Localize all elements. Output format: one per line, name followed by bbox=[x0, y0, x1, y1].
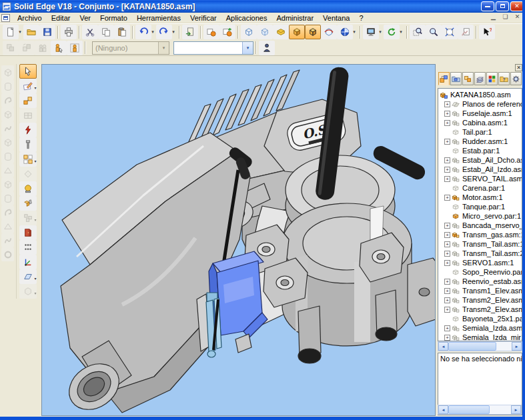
mdi-minimize-icon[interactable]: ▁ bbox=[488, 13, 498, 22]
tree-item[interactable]: +Bancada_mservo_gas.asm:1 bbox=[440, 221, 522, 230]
minimize-button[interactable] bbox=[481, 1, 494, 11]
tree-item[interactable]: +Transm_Tail.asm:2 bbox=[440, 249, 522, 258]
insert-part-copy-button[interactable] bbox=[182, 25, 198, 39]
tree-item[interactable]: +Cabina.asm:1 bbox=[440, 118, 522, 127]
tree-item[interactable]: +SERVO1.asm:1 bbox=[440, 258, 522, 267]
3d-model-engine-assembly[interactable]: O.S. bbox=[42, 65, 435, 415]
expand-plus-icon[interactable]: + bbox=[444, 232, 450, 238]
scroll-right-icon[interactable]: ► bbox=[512, 342, 522, 351]
expand-plus-icon[interactable]: + bbox=[444, 251, 450, 257]
help-select-button[interactable]: ? bbox=[479, 25, 495, 39]
restore-button[interactable] bbox=[496, 1, 509, 11]
expand-plus-icon[interactable]: + bbox=[444, 111, 450, 117]
info-horizontal-scrollbar[interactable]: ◄ ► bbox=[438, 405, 522, 415]
edgebar-close-icon[interactable]: ✕ bbox=[515, 64, 522, 71]
tree-item[interactable]: Tail.par:1 bbox=[440, 127, 522, 137]
document-system-icon[interactable] bbox=[1, 14, 10, 22]
zoom-button[interactable] bbox=[426, 25, 442, 39]
tree-item[interactable]: Tanque.par:1 bbox=[440, 202, 522, 211]
menu-ver[interactable]: Ver bbox=[75, 13, 95, 23]
tree-item[interactable]: +Transm2_Elev.asm:1 bbox=[440, 295, 522, 305]
fit-button[interactable] bbox=[442, 25, 458, 39]
insert-screw-button[interactable] bbox=[19, 137, 37, 152]
menu-editar[interactable]: Editar bbox=[47, 13, 75, 23]
tab-layers[interactable] bbox=[474, 72, 486, 85]
expand-plus-icon[interactable]: + bbox=[444, 307, 450, 313]
tab-sensors[interactable] bbox=[486, 72, 498, 85]
expand-plus-icon[interactable]: + bbox=[444, 241, 450, 247]
reference-plane-button[interactable]: ▾ bbox=[19, 269, 37, 284]
undo-button[interactable] bbox=[135, 25, 151, 39]
tree-item[interactable]: +Semiala_Izda_mir1.asm:1 bbox=[440, 333, 522, 341]
simplified-view-button[interactable] bbox=[273, 25, 289, 39]
tree-item[interactable]: Sopo_Reenvio.par:1 bbox=[440, 267, 522, 277]
print-button[interactable] bbox=[61, 25, 77, 39]
visible-edges-view-button[interactable] bbox=[241, 25, 257, 39]
activate-components-button[interactable] bbox=[203, 25, 219, 39]
chevron-down-icon[interactable]: ▾ bbox=[242, 42, 253, 54]
mdi-restore-icon[interactable]: ❏ bbox=[500, 13, 510, 22]
tree-item[interactable]: +Reenvio_estab.asm:1 bbox=[440, 277, 522, 286]
tree-horizontal-scrollbar[interactable]: ◄ ► bbox=[438, 341, 522, 351]
named-views-button[interactable] bbox=[337, 25, 353, 39]
mdi-close-icon[interactable]: ✕ bbox=[512, 13, 522, 22]
menu-archivo[interactable]: Archivo bbox=[13, 13, 47, 23]
tree-item[interactable]: Micro_servo.par:1 bbox=[440, 211, 522, 221]
scroll-left-icon[interactable]: ◄ bbox=[438, 342, 448, 351]
rotate-view-button[interactable] bbox=[321, 25, 337, 39]
tab-feature-playback[interactable]: ? bbox=[498, 72, 510, 85]
copy-button[interactable] bbox=[98, 25, 114, 39]
scroll-thumb[interactable] bbox=[448, 405, 490, 414]
tree-item[interactable]: +Estab_Ail_Izdo.asm:1 bbox=[440, 165, 522, 174]
tree-item[interactable]: +Transm_Tail.asm:1 bbox=[440, 239, 522, 249]
title-bar[interactable]: Solid Edge V18 - Conjunto - [KATANA1850.… bbox=[0, 0, 525, 13]
select-tool-button[interactable] bbox=[19, 64, 37, 79]
part-painter-button[interactable] bbox=[19, 240, 37, 255]
paste-button[interactable] bbox=[114, 25, 130, 39]
exploded-view-button[interactable] bbox=[19, 225, 37, 240]
scroll-right-icon[interactable]: ► bbox=[511, 405, 521, 414]
tree-item[interactable]: Bayoneta_25x1.par:1 bbox=[440, 314, 522, 323]
expand-plus-icon[interactable]: + bbox=[444, 288, 450, 294]
3d-viewport[interactable]: O.S. bbox=[41, 64, 436, 416]
menu-?[interactable]: ? bbox=[354, 13, 368, 23]
close-button[interactable]: ✕ bbox=[510, 1, 524, 11]
expand-plus-icon[interactable]: + bbox=[444, 223, 450, 229]
activate-new-button[interactable] bbox=[219, 25, 235, 39]
open-button[interactable] bbox=[23, 25, 39, 39]
scroll-thumb[interactable] bbox=[448, 342, 496, 351]
update-views-button[interactable] bbox=[384, 25, 400, 39]
expand-plus-icon[interactable]: + bbox=[444, 335, 450, 341]
zoom-area-button[interactable] bbox=[410, 25, 426, 39]
expand-plus-icon[interactable]: + bbox=[444, 167, 450, 173]
motor-button[interactable] bbox=[19, 181, 37, 196]
menu-formato[interactable]: Formato bbox=[95, 13, 132, 23]
activate-selection-button[interactable] bbox=[67, 41, 83, 55]
new-document-button[interactable] bbox=[3, 25, 19, 39]
tree-item[interactable]: +SERVO_TAIL.asm:1 bbox=[440, 174, 522, 183]
fastener-systems-button[interactable] bbox=[19, 123, 37, 137]
menu-administrar[interactable]: Administrar bbox=[272, 13, 318, 23]
expand-plus-icon[interactable]: + bbox=[444, 297, 450, 303]
menu-ventana[interactable]: Ventana bbox=[318, 13, 354, 23]
expand-plus-icon[interactable]: + bbox=[444, 279, 450, 285]
cut-button[interactable] bbox=[82, 25, 98, 39]
expand-plus-icon[interactable]: + bbox=[444, 176, 450, 182]
previous-view-button[interactable] bbox=[458, 25, 474, 39]
search-component-dropdown[interactable]: ▾ bbox=[173, 41, 253, 55]
scroll-left-icon[interactable]: ◄ bbox=[438, 405, 448, 414]
tree-item[interactable]: +Planos de referencia bbox=[440, 99, 522, 109]
sketch-button[interactable]: ▾ bbox=[19, 79, 37, 93]
expand-plus-icon[interactable]: + bbox=[444, 157, 450, 163]
tab-assembly-pathfinder[interactable] bbox=[438, 72, 450, 85]
tab-family-of-assemblies[interactable] bbox=[462, 72, 474, 85]
tree-item[interactable]: +Semiala_Izda.asm:1 bbox=[440, 323, 522, 333]
expand-plus-icon[interactable]: + bbox=[444, 120, 450, 126]
tree-item[interactable]: +Motor.asm:1 bbox=[440, 193, 522, 202]
coordinate-system-button[interactable] bbox=[19, 255, 37, 269]
tab-part-library[interactable] bbox=[450, 72, 462, 85]
tree-item[interactable]: KATANA1850.asm bbox=[440, 90, 522, 99]
tree-item[interactable]: +Rudder.asm:1 bbox=[440, 137, 522, 146]
tree-item[interactable]: +Fuselaje.asm:1 bbox=[440, 109, 522, 118]
tree-item[interactable]: +Transm1_Elev.asm:1 bbox=[440, 286, 522, 295]
